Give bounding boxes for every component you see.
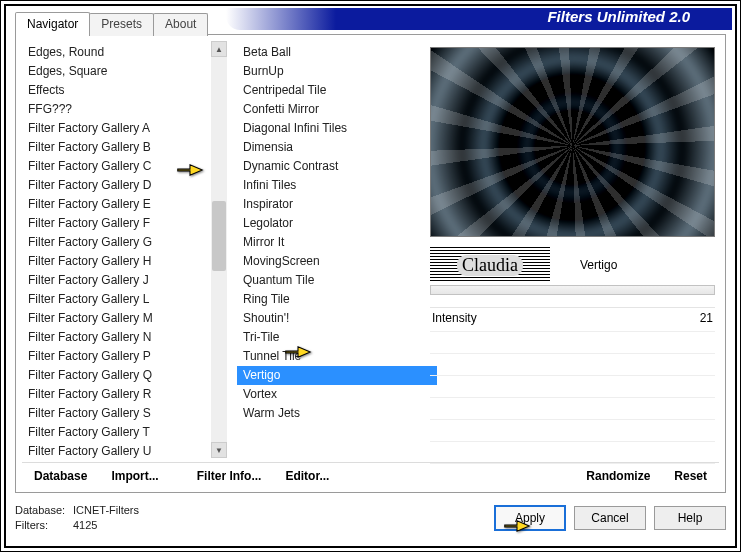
- param-row-empty: [430, 442, 715, 464]
- reset-button[interactable]: Reset: [662, 465, 719, 487]
- category-item[interactable]: Filter Factory Gallery D: [22, 176, 227, 195]
- scroll-up-icon[interactable]: ▲: [211, 41, 227, 57]
- filter-list[interactable]: Beta BallBurnUpCentripedal TileConfetti …: [237, 41, 437, 458]
- toolbar: Database Import... Filter Info... Editor…: [22, 462, 719, 488]
- category-item[interactable]: Filter Factory Gallery H: [22, 252, 227, 271]
- category-item[interactable]: Edges, Round: [22, 43, 227, 62]
- param-value: 21: [700, 311, 713, 325]
- import-button[interactable]: Import...: [99, 465, 170, 487]
- apply-button[interactable]: Apply: [494, 505, 566, 531]
- randomize-button[interactable]: Randomize: [574, 465, 662, 487]
- tab-presets[interactable]: Presets: [89, 13, 154, 36]
- category-scrollbar[interactable]: ▲ ▼: [211, 41, 227, 458]
- filter-item[interactable]: Shoutin'!: [237, 309, 437, 328]
- footer: Database:ICNET-Filters Filters:4125 Appl…: [15, 496, 726, 540]
- parameter-panel: Intensity 21: [430, 307, 715, 458]
- author-logo-text: Claudia: [457, 255, 523, 276]
- help-button[interactable]: Help: [654, 506, 726, 530]
- param-row-empty: [430, 332, 715, 354]
- preview-image: [430, 47, 715, 237]
- category-item[interactable]: Filter Factory Gallery N: [22, 328, 227, 347]
- filter-item[interactable]: Legolator: [237, 214, 437, 233]
- tab-about[interactable]: About: [153, 13, 208, 36]
- scroll-down-icon[interactable]: ▼: [211, 442, 227, 458]
- param-row-empty: [430, 398, 715, 420]
- category-item[interactable]: Filter Factory Gallery L: [22, 290, 227, 309]
- tab-bar: Navigator Presets About: [15, 13, 207, 36]
- param-row-empty: [430, 420, 715, 442]
- filter-item[interactable]: MovingScreen: [237, 252, 437, 271]
- category-item[interactable]: FFG???: [22, 100, 227, 119]
- category-item[interactable]: Filter Factory Gallery G: [22, 233, 227, 252]
- filter-item[interactable]: Ring Tile: [237, 290, 437, 309]
- category-item[interactable]: Filter Factory Gallery R: [22, 385, 227, 404]
- filter-item[interactable]: Dynamic Contrast: [237, 157, 437, 176]
- main-panel: Edges, RoundEdges, SquareEffectsFFG???Fi…: [15, 34, 726, 493]
- database-button[interactable]: Database: [22, 465, 99, 487]
- filter-item[interactable]: Vortex: [237, 385, 437, 404]
- filter-info-button[interactable]: Filter Info...: [185, 465, 274, 487]
- filter-item[interactable]: Tri-Tile: [237, 328, 437, 347]
- cancel-button[interactable]: Cancel: [574, 506, 646, 530]
- category-item[interactable]: Filter Factory Gallery Q: [22, 366, 227, 385]
- filter-item[interactable]: Mirror It: [237, 233, 437, 252]
- filter-item[interactable]: Confetti Mirror: [237, 100, 437, 119]
- status-filters-label: Filters:: [15, 518, 73, 533]
- status-db-value: ICNET-Filters: [73, 504, 139, 516]
- filter-item[interactable]: Tunnel Tile: [237, 347, 437, 366]
- current-filter-name: Vertigo: [550, 258, 715, 272]
- category-item[interactable]: Filter Factory Gallery J: [22, 271, 227, 290]
- window-title: Filters Unlimited 2.0: [497, 8, 715, 28]
- editor-button[interactable]: Editor...: [273, 465, 341, 487]
- category-item[interactable]: Filter Factory Gallery S: [22, 404, 227, 423]
- filter-item[interactable]: Inspirator: [237, 195, 437, 214]
- filter-item[interactable]: Beta Ball: [237, 43, 437, 62]
- param-row[interactable]: Intensity 21: [430, 308, 715, 332]
- filter-item[interactable]: Warm Jets: [237, 404, 437, 423]
- param-row-empty: [430, 354, 715, 376]
- param-row-empty: [430, 376, 715, 398]
- author-logo: Claudia: [430, 247, 550, 283]
- progress-bar: [430, 285, 715, 295]
- category-item[interactable]: Filter Factory Gallery M: [22, 309, 227, 328]
- category-item[interactable]: Filter Factory Gallery F: [22, 214, 227, 233]
- category-item[interactable]: Filter Factory Gallery A: [22, 119, 227, 138]
- filter-item[interactable]: Dimensia: [237, 138, 437, 157]
- category-list[interactable]: Edges, RoundEdges, SquareEffectsFFG???Fi…: [22, 41, 227, 458]
- category-item[interactable]: Filter Factory Gallery C: [22, 157, 227, 176]
- status-text: Database:ICNET-Filters Filters:4125: [15, 503, 139, 533]
- category-item[interactable]: Filter Factory Gallery P: [22, 347, 227, 366]
- filter-item[interactable]: Diagonal Infini Tiles: [237, 119, 437, 138]
- param-label: Intensity: [432, 311, 477, 325]
- category-item[interactable]: Filter Factory Gallery U: [22, 442, 227, 458]
- filter-item[interactable]: Centripedal Tile: [237, 81, 437, 100]
- status-filters-value: 4125: [73, 519, 97, 531]
- filter-item[interactable]: BurnUp: [237, 62, 437, 81]
- filter-item[interactable]: Vertigo: [237, 366, 437, 385]
- status-db-label: Database:: [15, 503, 73, 518]
- scroll-thumb[interactable]: [212, 201, 226, 271]
- category-item[interactable]: Filter Factory Gallery E: [22, 195, 227, 214]
- category-item[interactable]: Edges, Square: [22, 62, 227, 81]
- category-item[interactable]: Filter Factory Gallery B: [22, 138, 227, 157]
- category-item[interactable]: Effects: [22, 81, 227, 100]
- category-item[interactable]: Filter Factory Gallery T: [22, 423, 227, 442]
- filter-item[interactable]: Infini Tiles: [237, 176, 437, 195]
- tab-navigator[interactable]: Navigator: [15, 12, 90, 35]
- filter-item[interactable]: Quantum Tile: [237, 271, 437, 290]
